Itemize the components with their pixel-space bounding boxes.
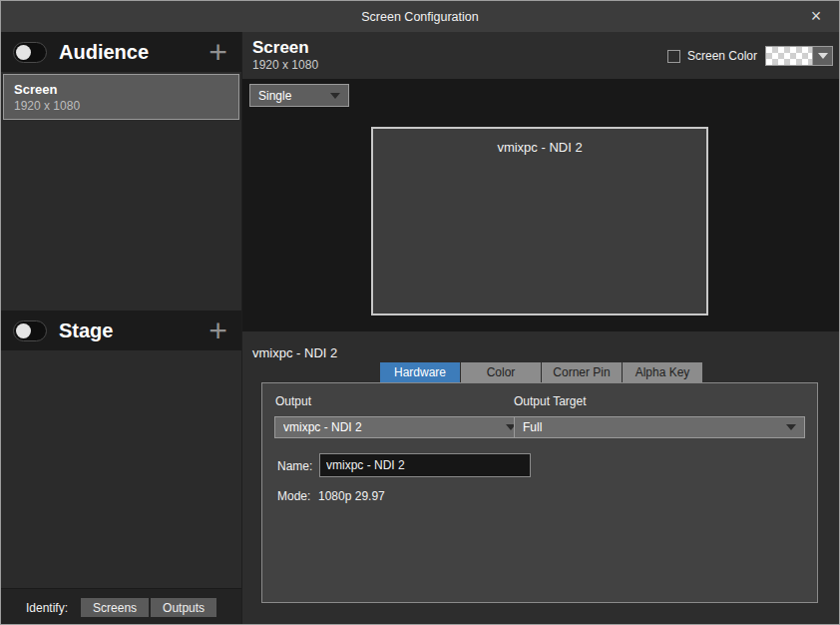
audience-toggle[interactable] bbox=[13, 42, 47, 63]
output-target-label: Output Target bbox=[514, 394, 587, 408]
output-select-value: vmixpc - NDI 2 bbox=[283, 420, 506, 434]
window-body: Audience + Screen 1920 x 1080 Stage + Id… bbox=[1, 32, 839, 625]
layout-mode-value: Single bbox=[258, 89, 330, 103]
main-area: Screen 1920 x 1080 Screen Color Single bbox=[242, 32, 839, 625]
audience-section-header: Audience + bbox=[1, 32, 241, 72]
stage-screen-list bbox=[1, 350, 241, 588]
settings-tabs: Hardware Color Corner Pin Alpha Key bbox=[380, 362, 703, 382]
screen-configuration-window: Screen Configuration × Audience + Screen… bbox=[0, 0, 840, 625]
name-input[interactable] bbox=[319, 453, 531, 477]
name-label: Name: bbox=[277, 459, 312, 473]
chevron-down-icon bbox=[330, 93, 340, 99]
close-icon[interactable]: × bbox=[801, 1, 831, 32]
tab-hardware[interactable]: Hardware bbox=[380, 362, 460, 382]
main-header-titles: Screen 1920 x 1080 bbox=[252, 37, 318, 72]
identify-row: Identify: Screens Outputs bbox=[1, 588, 241, 625]
sidebar: Audience + Screen 1920 x 1080 Stage + Id… bbox=[1, 32, 242, 625]
titlebar: Screen Configuration × bbox=[1, 1, 839, 32]
toggle-knob bbox=[16, 45, 31, 60]
toggle-knob bbox=[16, 323, 31, 338]
output-settings-panel: vmixpc - NDI 2 Hardware Color Corner Pin… bbox=[242, 331, 839, 625]
identify-label: Identify: bbox=[26, 601, 68, 615]
window-title: Screen Configuration bbox=[361, 10, 478, 24]
tab-alpha-key[interactable]: Alpha Key bbox=[623, 362, 702, 382]
stage-section-header: Stage + bbox=[1, 311, 241, 350]
output-preview-box[interactable]: vmixpc - NDI 2 bbox=[371, 127, 708, 315]
transparent-color-swatch bbox=[766, 47, 812, 65]
add-audience-screen-icon[interactable]: + bbox=[209, 37, 227, 67]
screen-item-title: Screen bbox=[14, 82, 228, 97]
audience-section-label: Audience bbox=[59, 41, 149, 64]
selected-screen-title: Screen bbox=[252, 37, 318, 58]
add-stage-screen-icon[interactable]: + bbox=[209, 315, 227, 345]
output-select[interactable]: vmixpc - NDI 2 bbox=[274, 416, 525, 438]
layout-mode-select[interactable]: Single bbox=[249, 84, 349, 107]
hardware-settings-group: Output vmixpc - NDI 2 Output Target Full… bbox=[261, 382, 818, 603]
output-target-select[interactable]: Full bbox=[514, 416, 805, 438]
screen-item-resolution: 1920 x 1080 bbox=[14, 99, 228, 113]
tab-color[interactable]: Color bbox=[461, 362, 541, 382]
screen-color-group: Screen Color bbox=[667, 46, 833, 66]
tab-corner-pin[interactable]: Corner Pin bbox=[542, 362, 622, 382]
output-preview-label: vmixpc - NDI 2 bbox=[373, 129, 706, 155]
output-panel-title: vmixpc - NDI 2 bbox=[252, 345, 337, 360]
screen-list-item[interactable]: Screen 1920 x 1080 bbox=[3, 74, 239, 120]
chevron-down-icon bbox=[786, 424, 796, 430]
identify-outputs-button[interactable]: Outputs bbox=[151, 598, 216, 617]
stage-toggle[interactable] bbox=[13, 320, 47, 341]
mode-value: 1080p 29.97 bbox=[318, 489, 385, 503]
selected-screen-resolution: 1920 x 1080 bbox=[252, 58, 318, 72]
output-label: Output bbox=[275, 394, 311, 408]
color-picker-arrow-button[interactable] bbox=[812, 47, 832, 65]
screen-color-label: Screen Color bbox=[687, 49, 757, 63]
screen-layout-canvas: Single vmixpc - NDI 2 bbox=[242, 79, 839, 331]
audience-screen-list: Screen 1920 x 1080 bbox=[1, 72, 241, 311]
chevron-down-icon bbox=[818, 53, 828, 59]
identify-screens-button[interactable]: Screens bbox=[81, 598, 149, 617]
screen-color-checkbox[interactable] bbox=[667, 50, 680, 63]
screen-color-picker[interactable] bbox=[765, 46, 833, 66]
stage-section-label: Stage bbox=[59, 319, 113, 342]
main-header: Screen 1920 x 1080 Screen Color bbox=[242, 32, 839, 79]
output-target-value: Full bbox=[523, 420, 786, 434]
mode-label: Mode: bbox=[277, 489, 310, 503]
